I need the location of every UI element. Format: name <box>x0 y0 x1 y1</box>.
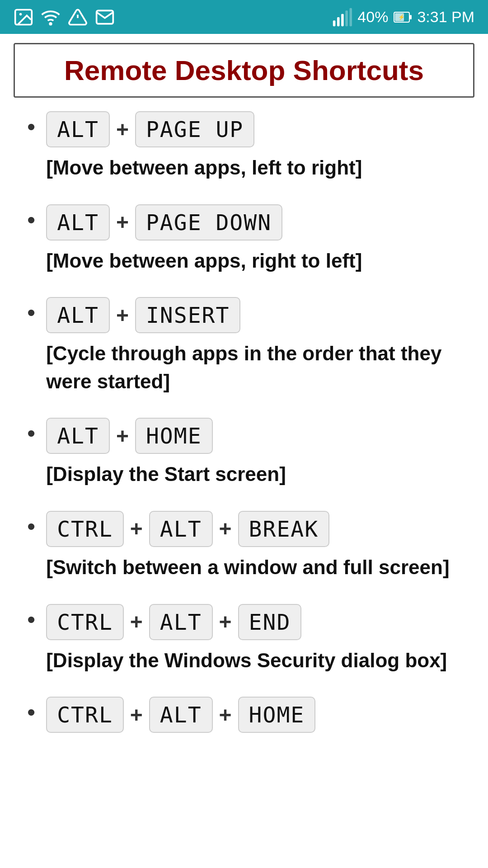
shortcut-description: [Move between apps, left to right] <box>46 154 362 182</box>
shortcut-content: CTRL+ALT+HOME <box>46 697 315 733</box>
shortcut-item: •CTRL+ALT+BREAK[Switch between a window … <box>18 511 470 581</box>
status-bar: 40% ⚡ 3:31 PM <box>0 0 488 34</box>
keyboard-key: CTRL <box>46 604 124 640</box>
shortcut-description: [Move between apps, right to left] <box>46 247 362 275</box>
svg-rect-8 <box>346 10 348 26</box>
keyboard-key: ALT <box>46 297 110 333</box>
page-header: Remote Desktop Shortcuts <box>14 43 474 98</box>
key-combination: ALT+HOME <box>46 418 286 454</box>
plus-separator: + <box>219 516 232 541</box>
status-time: 3:31 PM <box>417 8 474 26</box>
svg-rect-11 <box>410 15 412 19</box>
keyboard-key: BREAK <box>238 511 330 547</box>
plus-separator: + <box>116 210 129 235</box>
shortcut-item: •CTRL+ALT+END[Display the Windows Securi… <box>18 604 470 675</box>
bullet-point: • <box>27 421 35 445</box>
keyboard-key: CTRL <box>46 511 124 547</box>
key-combination: CTRL+ALT+BREAK <box>46 511 449 547</box>
shortcut-description: [Cycle through apps in the order that th… <box>46 340 470 395</box>
keyboard-key: HOME <box>135 418 213 454</box>
keyboard-key: END <box>238 604 302 640</box>
plus-separator: + <box>130 703 143 727</box>
status-bar-left-icons <box>14 7 115 27</box>
shortcut-item: •ALT+INSERT[Cycle through apps in the or… <box>18 297 470 395</box>
keyboard-key: ALT <box>46 418 110 454</box>
battery-icon: ⚡ <box>394 11 412 24</box>
page-title: Remote Desktop Shortcuts <box>28 54 460 86</box>
key-combination: CTRL+ALT+END <box>46 604 447 640</box>
mail-icon <box>95 7 115 27</box>
shortcut-description: [Switch between a window and full screen… <box>46 553 449 581</box>
plus-separator: + <box>219 609 232 634</box>
signal-icon <box>332 7 352 27</box>
plus-separator: + <box>116 117 129 142</box>
keyboard-key: ALT <box>46 204 110 241</box>
keyboard-key: HOME <box>238 697 316 733</box>
shortcut-content: ALT+HOME[Display the Start screen] <box>46 418 286 488</box>
bullet-point: • <box>27 115 35 138</box>
svg-point-1 <box>19 13 22 15</box>
status-bar-right-info: 40% ⚡ 3:31 PM <box>332 7 474 27</box>
plus-separator: + <box>130 609 143 634</box>
shortcut-item: •CTRL+ALT+HOME <box>18 697 470 733</box>
shortcut-content: ALT+PAGE DOWN[Move between apps, right t… <box>46 204 362 275</box>
key-combination: ALT+INSERT <box>46 297 470 333</box>
keyboard-key: INSERT <box>135 297 240 333</box>
shortcut-content: ALT+INSERT[Cycle through apps in the ord… <box>46 297 470 395</box>
shortcut-item: •ALT+PAGE UP[Move between apps, left to … <box>18 111 470 182</box>
battery-percent: 40% <box>357 8 388 26</box>
keyboard-key: ALT <box>149 604 213 640</box>
shortcut-description: [Display the Start screen] <box>46 460 286 488</box>
svg-text:⚡: ⚡ <box>398 14 405 20</box>
svg-point-2 <box>50 23 52 24</box>
svg-rect-9 <box>350 8 352 26</box>
bullet-point: • <box>27 608 35 631</box>
plus-separator: + <box>130 516 143 541</box>
alert-icon <box>68 7 88 27</box>
bullet-point: • <box>27 700 35 724</box>
keyboard-key: ALT <box>46 111 110 147</box>
wifi-icon <box>41 7 61 27</box>
plus-separator: + <box>116 303 129 328</box>
keyboard-key: CTRL <box>46 697 124 733</box>
svg-rect-7 <box>341 14 344 26</box>
plus-separator: + <box>219 703 232 727</box>
shortcut-list: •ALT+PAGE UP[Move between apps, left to … <box>18 111 470 733</box>
key-combination: ALT+PAGE DOWN <box>46 204 362 241</box>
shortcut-item: •ALT+PAGE DOWN[Move between apps, right … <box>18 204 470 275</box>
image-icon <box>14 7 33 27</box>
bullet-point: • <box>27 301 35 324</box>
shortcut-content: CTRL+ALT+BREAK[Switch between a window a… <box>46 511 449 581</box>
svg-rect-5 <box>333 20 336 26</box>
shortcut-item: •ALT+HOME[Display the Start screen] <box>18 418 470 488</box>
keyboard-key: PAGE UP <box>135 111 254 147</box>
shortcut-content: CTRL+ALT+END[Display the Windows Securit… <box>46 604 447 675</box>
bullet-point: • <box>27 514 35 538</box>
shortcuts-content: •ALT+PAGE UP[Move between apps, left to … <box>0 102 488 774</box>
bullet-point: • <box>27 208 35 231</box>
keyboard-key: ALT <box>149 511 213 547</box>
plus-separator: + <box>116 424 129 448</box>
keyboard-key: PAGE DOWN <box>135 204 282 241</box>
svg-rect-6 <box>337 17 340 26</box>
shortcut-description: [Display the Windows Security dialog box… <box>46 646 447 675</box>
shortcut-content: ALT+PAGE UP[Move between apps, left to r… <box>46 111 362 182</box>
key-combination: ALT+PAGE UP <box>46 111 362 147</box>
keyboard-key: ALT <box>149 697 213 733</box>
key-combination: CTRL+ALT+HOME <box>46 697 315 733</box>
